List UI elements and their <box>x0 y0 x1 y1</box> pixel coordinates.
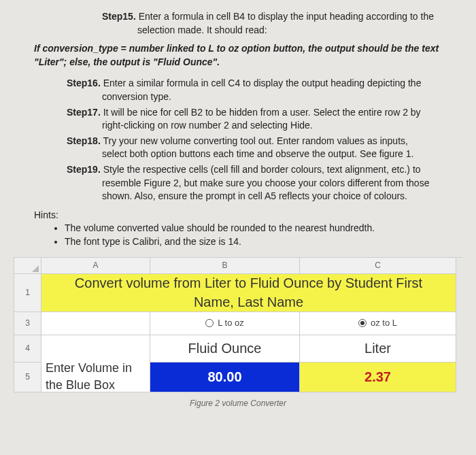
radio-oz-to-l-icon[interactable] <box>358 319 367 327</box>
sheet-corner[interactable] <box>14 258 41 274</box>
cell-b3[interactable]: L to oz <box>150 312 300 335</box>
step18-text2: select both option buttons each time and… <box>102 148 413 159</box>
row-header-1[interactable]: 1 <box>14 274 41 312</box>
step16-block: Step16. Enter a similar formula in cell … <box>14 77 462 103</box>
cell-b5[interactable]: 80.00 <box>150 363 300 392</box>
step17-label: Step17. <box>67 107 101 118</box>
col-header-c[interactable]: C <box>300 258 456 274</box>
col-header-b[interactable]: B <box>150 258 300 274</box>
row-5: 5 Enter Volume in the Blue Box 80.00 2.3… <box>14 363 462 392</box>
cell-c4[interactable]: Liter <box>300 335 456 363</box>
row-header-3[interactable]: 3 <box>14 312 41 335</box>
step17-text1: It will be nice for cell B2 to be hidden… <box>103 107 421 118</box>
title-line1: Convert volume from Liter to Fluid Ounce… <box>75 273 422 292</box>
step15-text1: Enter a formula in cell B4 to display th… <box>139 11 434 22</box>
step15-text2: selection made. It should read: <box>102 24 267 37</box>
step19-block: Step19. Style the respective cells (cell… <box>14 163 462 203</box>
step19-text1: Style the respective cells (cell fill an… <box>103 164 421 175</box>
cell-a5[interactable]: Enter Volume in the Blue Box <box>41 363 150 392</box>
step16-text1: Enter a similar formula in cell C4 to di… <box>103 78 422 88</box>
row-3: 3 L to oz oz to L <box>14 312 462 335</box>
col-header-a[interactable]: A <box>41 258 150 274</box>
cell-c5[interactable]: 2.37 <box>300 363 456 392</box>
cell-a3[interactable] <box>41 312 150 335</box>
step16-label: Step16. <box>67 78 101 88</box>
italic-conditional: If conversion_type = number linked to L … <box>34 42 442 69</box>
step15-block: Step15. Enter a formula in cell B4 to di… <box>14 10 462 37</box>
step15-label: Step15. <box>102 11 136 22</box>
row-1: 1 Convert volume from Liter to Fluid Oun… <box>14 274 462 312</box>
step18-block: Step18. Try your new volume converting t… <box>14 135 462 161</box>
step17-block: Step17. It will be nice for cell B2 to b… <box>14 106 462 133</box>
title-cell[interactable]: Convert volume from Liter to Fluid Ounce… <box>41 274 456 312</box>
radio-l-to-oz-icon[interactable] <box>205 319 214 327</box>
step17-text2: right-clicking on row number 2 and selec… <box>102 120 313 131</box>
cell-c3[interactable]: oz to L <box>300 312 456 335</box>
title-line2: Name, Last Name <box>194 292 303 311</box>
hint-1: The volume converted value should be rou… <box>65 222 462 235</box>
spreadsheet: A B C 1 Convert volume from Liter to Flu… <box>14 257 462 392</box>
step19-text2: resemble Figure 2, but make sure you cho… <box>102 178 429 188</box>
row-header-5[interactable]: 5 <box>14 363 41 392</box>
step18-label: Step18. <box>67 135 101 146</box>
row-header-4[interactable]: 4 <box>14 335 41 363</box>
col-header-row: A B C <box>14 258 462 274</box>
step18-text1: Try your new volume converting tool out.… <box>103 135 407 146</box>
row-4: 4 Fluid Ounce Liter <box>14 335 462 363</box>
hints-list: The volume converted value should be rou… <box>65 222 462 248</box>
hints-label: Hints: <box>34 209 462 222</box>
option-l-to-oz: L to oz <box>218 317 244 329</box>
cell-b4[interactable]: Fluid Ounce <box>150 335 300 363</box>
step19-label: Step19. <box>67 164 101 175</box>
option-oz-to-l: oz to L <box>371 317 397 329</box>
hint-2: The font type is Calibri, and the size i… <box>65 235 462 249</box>
step16-text2: conversion type. <box>102 91 171 102</box>
step19-text3: shown. Also, ensure the prompt in cell A… <box>102 190 407 201</box>
figure-caption: Figure 2 volume Converter <box>14 398 462 409</box>
cell-a4[interactable] <box>41 335 150 363</box>
